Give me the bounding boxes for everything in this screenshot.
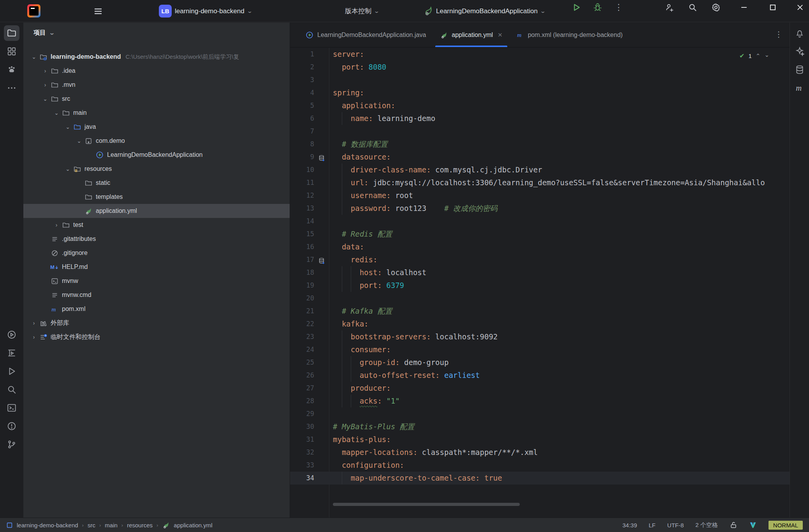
file-encoding[interactable]: UTF-8	[667, 522, 684, 528]
tree-item-application.yml[interactable]: application.yml	[23, 204, 290, 218]
code-line-17[interactable]: 17 redis:	[290, 253, 790, 266]
tree-item-static[interactable]: static	[23, 176, 290, 190]
project-widget[interactable]: LB learning-demo-backend ⌄	[159, 0, 252, 22]
code-line-22[interactable]: 22 kafka:	[290, 318, 790, 330]
tree-item-com.demo[interactable]: ⌄com.demo	[23, 134, 290, 148]
chevron-expanded-icon[interactable]: ⌄	[30, 54, 38, 60]
chevron-collapsed-icon[interactable]: ›	[41, 82, 49, 88]
breadcrumb-item[interactable]: application.yml	[174, 522, 212, 528]
version-control-toolwindow-button[interactable]	[4, 437, 19, 452]
code-line-6[interactable]: 6 name: learning-demo	[290, 112, 790, 125]
more-toolwindows-button[interactable]	[4, 80, 19, 96]
tree-item-.gitattributes[interactable]: .gitattributes	[23, 232, 290, 246]
tree-item-.idea[interactable]: ›.idea	[23, 64, 290, 78]
code-with-me-button[interactable]	[662, 0, 677, 15]
run-configuration-widget[interactable]: LearningDemoBackendApplication ⌄	[424, 0, 545, 22]
terminal-toolwindow-button[interactable]	[4, 400, 19, 416]
vcs-widget[interactable]: 版本控制 ⌄	[345, 0, 379, 22]
code-line-5[interactable]: 5 application:	[290, 99, 790, 112]
code-line-3[interactable]: 3	[290, 74, 790, 86]
maximize-button[interactable]	[765, 0, 780, 15]
code-line-26[interactable]: 26 auto-offset-reset: earliest	[290, 369, 790, 382]
tree-item-外部库[interactable]: ›外部库	[23, 316, 290, 330]
main-menu-button[interactable]	[93, 0, 103, 22]
breadcrumb-item[interactable]: src	[88, 522, 95, 528]
editor-tab-LearningDemoBackendApplication.java[interactable]: LearningDemoBackendApplication.java	[299, 23, 433, 47]
notifications-button[interactable]	[792, 25, 807, 41]
tree-item-resources[interactable]: ⌄resources	[23, 162, 290, 176]
project-toolwindow-button[interactable]	[4, 25, 19, 41]
code-editor[interactable]: 1server:2 port: 808034spring:5 applicati…	[290, 48, 790, 518]
breadcrumb-item[interactable]: main	[105, 522, 118, 528]
code-line-2[interactable]: 2 port: 8080	[290, 61, 790, 74]
tree-item-临时文件和控制台[interactable]: ›临时文件和控制台	[23, 330, 290, 344]
tree-item-pom.xml[interactable]: mpom.xml	[23, 302, 290, 316]
find-toolwindow-button[interactable]	[4, 382, 19, 397]
code-line-23[interactable]: 23 bootstrap-servers: localhost:9092	[290, 330, 790, 343]
tree-item-.mvn[interactable]: ›.mvn	[23, 78, 290, 92]
run-toolwindow-button[interactable]	[4, 327, 19, 342]
tree-item-LearningDemoBackendApplication[interactable]: LearningDemoBackendApplication	[23, 148, 290, 162]
chevron-expanded-icon[interactable]: ⌄	[52, 110, 61, 116]
tree-item-java[interactable]: ⌄java	[23, 120, 290, 134]
code-line-4[interactable]: 4spring:	[290, 86, 790, 99]
chevron-expanded-icon[interactable]: ⌄	[75, 138, 83, 144]
tab-close-icon[interactable]: ✕	[498, 32, 503, 39]
chevron-expanded-icon[interactable]: ⌄	[63, 124, 72, 130]
code-line-25[interactable]: 25 group-id: demo-group	[290, 356, 790, 369]
caret-position[interactable]: 34:39	[623, 522, 637, 528]
chevron-collapsed-icon[interactable]: ›	[30, 320, 38, 326]
editor-tab-pom.xml[interactable]: mpom.xml (learning-demo-backend)	[510, 23, 630, 47]
line-ending[interactable]: LF	[649, 522, 656, 528]
chevron-collapsed-icon[interactable]: ›	[52, 222, 61, 228]
ideavim-icon[interactable]	[749, 521, 757, 529]
chevron-collapsed-icon[interactable]: ›	[41, 68, 49, 74]
code-line-20[interactable]: 20	[290, 292, 790, 305]
code-line-7[interactable]: 7	[290, 125, 790, 138]
code-line-29[interactable]: 29	[290, 407, 790, 420]
code-line-10[interactable]: 10 driver-class-name: com.mysql.cj.jdbc.…	[290, 163, 790, 176]
chevron-collapsed-icon[interactable]: ›	[30, 334, 38, 340]
debug-button[interactable]	[590, 0, 605, 15]
breadcrumb-item[interactable]: learning-demo-backend	[17, 522, 78, 528]
settings-button[interactable]	[709, 0, 723, 15]
code-line-15[interactable]: 15 # Redis 配置	[290, 228, 790, 241]
code-line-21[interactable]: 21 # Kafka 配置	[290, 305, 790, 318]
horizontal-scrollbar[interactable]	[333, 503, 520, 506]
code-line-1[interactable]: 1server:	[290, 48, 790, 61]
minimize-button[interactable]	[737, 0, 751, 15]
code-line-34[interactable]: 34 map-underscore-to-camel-case: true	[290, 472, 790, 485]
project-panel-header[interactable]: 项目 ⌄	[23, 23, 290, 43]
code-line-24[interactable]: 24 consumer:	[290, 343, 790, 356]
code-line-11[interactable]: 11 url: jdbc:mysql://localhost:3306/lear…	[290, 176, 790, 189]
tree-item-HELP.md[interactable]: MHELP.md	[23, 260, 290, 274]
run-button[interactable]	[569, 0, 584, 15]
code-line-16[interactable]: 16 data:	[290, 241, 790, 253]
code-line-28[interactable]: 28 acks: "1"	[290, 395, 790, 407]
code-line-12[interactable]: 12 username: root	[290, 189, 790, 202]
code-line-33[interactable]: 33 configuration:	[290, 459, 790, 472]
tree-item-learning-demo-backend[interactable]: ⌄learning-demo-backendC:\Users\hanzi\Des…	[23, 50, 290, 64]
tree-item-mvnw.cmd[interactable]: mvnw.cmd	[23, 288, 290, 302]
ai-assistant-toolwindow-button[interactable]	[792, 44, 807, 59]
code-line-9[interactable]: 9 datasource:	[290, 151, 790, 163]
tree-item-test[interactable]: ›test	[23, 218, 290, 232]
code-line-13[interactable]: 13 password: root123 # 改成你的密码	[290, 202, 790, 215]
indent-style[interactable]: 2 个空格	[695, 521, 718, 529]
tree-item-src[interactable]: ⌄src	[23, 92, 290, 106]
problems-toolwindow-button[interactable]	[4, 418, 19, 434]
tree-item-templates[interactable]: templates	[23, 190, 290, 204]
code-line-14[interactable]: 14	[290, 215, 790, 228]
maven-toolwindow-button[interactable]: m	[792, 80, 807, 96]
database-toolwindow-button[interactable]	[792, 62, 807, 77]
plugin-paw-toolwindow-button[interactable]	[4, 62, 19, 77]
code-line-31[interactable]: 31mybatis-plus:	[290, 433, 790, 446]
services-toolwindow-button[interactable]	[4, 345, 19, 361]
unlock-icon[interactable]	[730, 521, 737, 529]
editor-tab-application.yml[interactable]: application.yml✕	[433, 23, 509, 47]
code-line-19[interactable]: 19 port: 6379	[290, 279, 790, 292]
tree-item-main[interactable]: ⌄main	[23, 106, 290, 120]
code-line-30[interactable]: 30# MyBatis-Plus 配置	[290, 420, 790, 433]
tab-options-icon[interactable]: ⋮	[775, 30, 783, 39]
code-line-32[interactable]: 32 mapper-locations: classpath*:mapper/*…	[290, 446, 790, 459]
